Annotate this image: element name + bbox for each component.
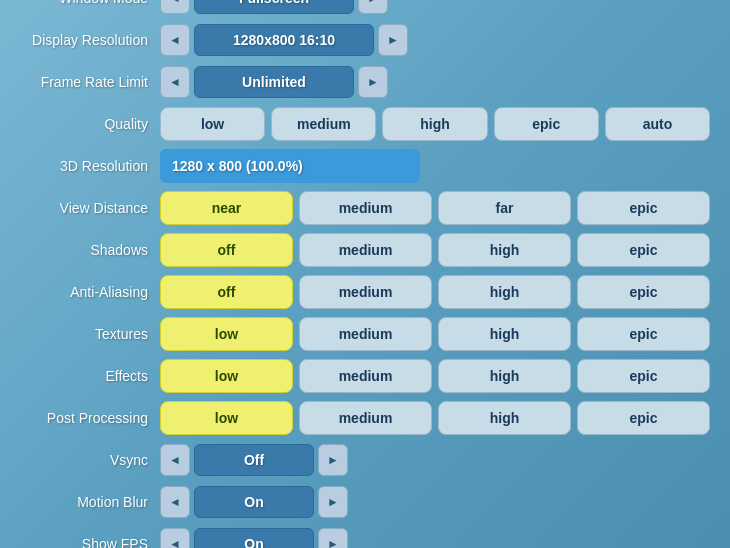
window-mode-selector: ◄ Fullscreen ► bbox=[160, 0, 388, 14]
vsync-right-arrow[interactable]: ► bbox=[318, 444, 348, 476]
show-fps-value: On bbox=[194, 528, 314, 548]
show-fps-right-arrow[interactable]: ► bbox=[318, 528, 348, 548]
motion-blur-label: Motion Blur bbox=[20, 494, 160, 510]
textures-options: low medium high epic bbox=[160, 317, 710, 351]
shadows-opt-epic[interactable]: epic bbox=[577, 233, 710, 267]
shadows-opt-high[interactable]: high bbox=[438, 233, 571, 267]
show-fps-label: Show FPS bbox=[20, 536, 160, 548]
post-processing-label: Post Processing bbox=[20, 410, 160, 426]
anti-aliasing-label: Anti-Aliasing bbox=[20, 284, 160, 300]
settings-panel: Window Mode ◄ Fullscreen ► Display Resol… bbox=[15, 0, 715, 548]
motion-blur-value: On bbox=[194, 486, 314, 518]
window-mode-row: Window Mode ◄ Fullscreen ► bbox=[20, 0, 710, 16]
anti-aliasing-opt-high[interactable]: high bbox=[438, 275, 571, 309]
frame-rate-limit-value: Unlimited bbox=[194, 66, 354, 98]
view-distance-opt-medium[interactable]: medium bbox=[299, 191, 432, 225]
motion-blur-right-arrow[interactable]: ► bbox=[318, 486, 348, 518]
textures-label: Textures bbox=[20, 326, 160, 342]
textures-opt-high[interactable]: high bbox=[438, 317, 571, 351]
frame-rate-limit-right-arrow[interactable]: ► bbox=[358, 66, 388, 98]
post-processing-options: low medium high epic bbox=[160, 401, 710, 435]
vsync-selector: ◄ Off ► bbox=[160, 444, 348, 476]
shadows-label: Shadows bbox=[20, 242, 160, 258]
display-resolution-label: Display Resolution bbox=[20, 32, 160, 48]
view-distance-row: View Distance near medium far epic bbox=[20, 190, 710, 226]
show-fps-left-arrow[interactable]: ◄ bbox=[160, 528, 190, 548]
anti-aliasing-options: off medium high epic bbox=[160, 275, 710, 309]
show-fps-row: Show FPS ◄ On ► bbox=[20, 526, 710, 548]
window-mode-label: Window Mode bbox=[20, 0, 160, 6]
frame-rate-limit-row: Frame Rate Limit ◄ Unlimited ► bbox=[20, 64, 710, 100]
display-resolution-value: 1280x800 16:10 bbox=[194, 24, 374, 56]
resolution-3d-label: 3D Resolution bbox=[20, 158, 160, 174]
post-processing-opt-medium[interactable]: medium bbox=[299, 401, 432, 435]
quality-opt-epic[interactable]: epic bbox=[494, 107, 599, 141]
frame-rate-limit-left-arrow[interactable]: ◄ bbox=[160, 66, 190, 98]
vsync-left-arrow[interactable]: ◄ bbox=[160, 444, 190, 476]
shadows-row: Shadows off medium high epic bbox=[20, 232, 710, 268]
display-resolution-row: Display Resolution ◄ 1280x800 16:10 ► bbox=[20, 22, 710, 58]
effects-opt-medium[interactable]: medium bbox=[299, 359, 432, 393]
textures-opt-low[interactable]: low bbox=[160, 317, 293, 351]
vsync-value: Off bbox=[194, 444, 314, 476]
post-processing-opt-low[interactable]: low bbox=[160, 401, 293, 435]
effects-options: low medium high epic bbox=[160, 359, 710, 393]
post-processing-opt-high[interactable]: high bbox=[438, 401, 571, 435]
display-resolution-left-arrow[interactable]: ◄ bbox=[160, 24, 190, 56]
shadows-options: off medium high epic bbox=[160, 233, 710, 267]
textures-opt-medium[interactable]: medium bbox=[299, 317, 432, 351]
anti-aliasing-opt-medium[interactable]: medium bbox=[299, 275, 432, 309]
vsync-row: Vsync ◄ Off ► bbox=[20, 442, 710, 478]
resolution-3d-row: 3D Resolution 1280 x 800 (100.0%) bbox=[20, 148, 710, 184]
motion-blur-row: Motion Blur ◄ On ► bbox=[20, 484, 710, 520]
effects-opt-high[interactable]: high bbox=[438, 359, 571, 393]
show-fps-selector: ◄ On ► bbox=[160, 528, 348, 548]
shadows-opt-off[interactable]: off bbox=[160, 233, 293, 267]
shadows-opt-medium[interactable]: medium bbox=[299, 233, 432, 267]
motion-blur-left-arrow[interactable]: ◄ bbox=[160, 486, 190, 518]
vsync-label: Vsync bbox=[20, 452, 160, 468]
window-mode-right-arrow[interactable]: ► bbox=[358, 0, 388, 14]
effects-opt-low[interactable]: low bbox=[160, 359, 293, 393]
quality-opt-high[interactable]: high bbox=[382, 107, 487, 141]
quality-opt-low[interactable]: low bbox=[160, 107, 265, 141]
motion-blur-selector: ◄ On ► bbox=[160, 486, 348, 518]
quality-opt-medium[interactable]: medium bbox=[271, 107, 376, 141]
effects-row: Effects low medium high epic bbox=[20, 358, 710, 394]
view-distance-label: View Distance bbox=[20, 200, 160, 216]
display-resolution-selector: ◄ 1280x800 16:10 ► bbox=[160, 24, 408, 56]
quality-opt-auto[interactable]: auto bbox=[605, 107, 710, 141]
effects-label: Effects bbox=[20, 368, 160, 384]
window-mode-value: Fullscreen bbox=[194, 0, 354, 14]
frame-rate-limit-selector: ◄ Unlimited ► bbox=[160, 66, 388, 98]
quality-row: Quality low medium high epic auto bbox=[20, 106, 710, 142]
view-distance-opt-near[interactable]: near bbox=[160, 191, 293, 225]
quality-label: Quality bbox=[20, 116, 160, 132]
anti-aliasing-opt-epic[interactable]: epic bbox=[577, 275, 710, 309]
anti-aliasing-row: Anti-Aliasing off medium high epic bbox=[20, 274, 710, 310]
textures-opt-epic[interactable]: epic bbox=[577, 317, 710, 351]
post-processing-opt-epic[interactable]: epic bbox=[577, 401, 710, 435]
anti-aliasing-opt-off[interactable]: off bbox=[160, 275, 293, 309]
textures-row: Textures low medium high epic bbox=[20, 316, 710, 352]
frame-rate-limit-label: Frame Rate Limit bbox=[20, 74, 160, 90]
effects-opt-epic[interactable]: epic bbox=[577, 359, 710, 393]
view-distance-opt-far[interactable]: far bbox=[438, 191, 571, 225]
quality-options: low medium high epic auto bbox=[160, 107, 710, 141]
resolution-3d-value: 1280 x 800 (100.0%) bbox=[160, 149, 420, 183]
post-processing-row: Post Processing low medium high epic bbox=[20, 400, 710, 436]
window-mode-left-arrow[interactable]: ◄ bbox=[160, 0, 190, 14]
view-distance-options: near medium far epic bbox=[160, 191, 710, 225]
view-distance-opt-epic[interactable]: epic bbox=[577, 191, 710, 225]
display-resolution-right-arrow[interactable]: ► bbox=[378, 24, 408, 56]
